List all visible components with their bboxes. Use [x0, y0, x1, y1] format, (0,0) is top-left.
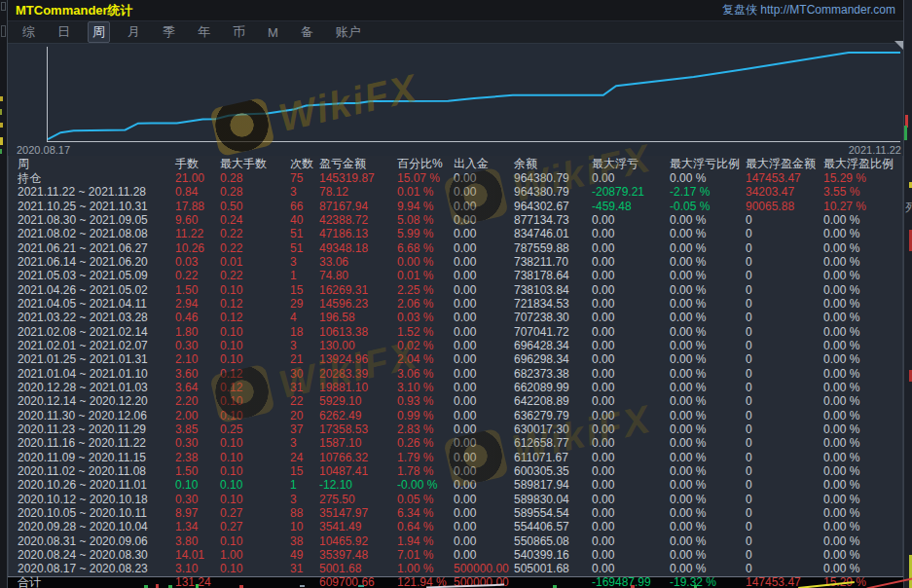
menu-item-notes[interactable]: 备	[296, 21, 318, 43]
value-cell: 1.50	[175, 283, 220, 297]
value-cell: 0.00 %	[670, 269, 746, 282]
menu-item-account[interactable]: 账户	[331, 21, 366, 43]
table-row[interactable]: 2020.08.24 ~ 2020.08.3014.011.004935397.…	[8, 548, 903, 562]
value-cell: 0.00	[454, 478, 514, 492]
value-cell: 0.00	[592, 409, 670, 423]
menu-item-weekly[interactable]: 周	[88, 21, 110, 43]
value-cell: 0.10	[220, 394, 290, 408]
table-row[interactable]: 2021.04.26 ~ 2021.05.021.500.101516269.3…	[8, 283, 903, 297]
column-header[interactable]: 最大浮盈比例	[823, 156, 903, 171]
value-cell: 35397.48	[319, 548, 397, 562]
value-cell: 17.88	[175, 200, 220, 213]
value-cell: 87167.94	[319, 200, 397, 213]
table-row[interactable]: 2020.10.26 ~ 2020.11.010.100.101-12.10-0…	[8, 478, 903, 492]
table-row[interactable]: 2021.01.25 ~ 2021.01.312.100.102113924.9…	[8, 352, 903, 366]
menu-item-m[interactable]: M	[263, 23, 283, 42]
table-row[interactable]: 2020.10.12 ~ 2020.10.180.300.103275.500.…	[8, 493, 903, 506]
value-cell: 0.10	[220, 451, 290, 464]
column-header[interactable]: 最大浮亏比例	[670, 156, 746, 171]
value-cell: 1.52 %	[397, 325, 454, 339]
menu-item-monthly[interactable]: 月	[123, 21, 145, 43]
table-row[interactable]: 2021.02.01 ~ 2021.02.070.300.103130.000.…	[8, 339, 903, 352]
value-cell: 0.00	[454, 283, 514, 297]
value-cell: 0.00 %	[823, 339, 903, 352]
value-cell: 0	[746, 436, 823, 450]
value-cell: 3541.49	[319, 520, 397, 533]
value-cell: 0	[746, 381, 823, 394]
table-row[interactable]: 持仓21.000.2875145319.8715.07 %0.00964380.…	[8, 171, 903, 185]
menu-item-daily[interactable]: 日	[53, 21, 75, 43]
table-row[interactable]: 2021.05.03 ~ 2021.05.090.220.22174.800.0…	[8, 269, 903, 282]
value-cell: 0	[746, 227, 823, 240]
value-cell: 0.46	[175, 311, 220, 324]
table-row[interactable]: 2021.08.30 ~ 2021.09.059.600.244042388.7…	[8, 213, 903, 227]
menu-item-quarterly[interactable]: 季	[158, 21, 180, 43]
week-range-cell: 2020.08.24 ~ 2020.08.30	[18, 548, 175, 562]
column-header[interactable]: 盈亏金额	[319, 156, 397, 171]
column-header[interactable]: 最大手数	[220, 156, 290, 171]
value-cell: 0.00	[454, 394, 514, 408]
brand-link[interactable]: 复盘侠 http://MTCommander.com	[722, 2, 895, 18]
value-cell: 0.00	[454, 409, 514, 423]
column-header[interactable]: 出入金	[454, 156, 514, 171]
table-row[interactable]: 2021.02.08 ~ 2021.02.141.800.101810613.3…	[8, 325, 903, 339]
value-cell: 0.01	[220, 255, 290, 269]
week-range-cell: 2020.10.26 ~ 2020.11.01	[18, 478, 175, 492]
column-header[interactable]: 百分比%	[397, 156, 454, 171]
table-row[interactable]: 2021.10.25 ~ 2021.10.3117.880.506687167.…	[8, 200, 903, 213]
table-row[interactable]: 2021.06.21 ~ 2021.06.2710.260.225149348.…	[8, 241, 903, 255]
value-cell: 0.00	[454, 493, 514, 506]
value-cell: 1	[290, 478, 319, 492]
value-cell: 0	[746, 269, 823, 282]
value-cell: 10766.32	[319, 451, 397, 464]
value-cell: 0	[746, 464, 823, 478]
table-row[interactable]: 2020.11.30 ~ 2020.12.062.000.10206262.49…	[8, 409, 903, 423]
value-cell: 275.50	[319, 493, 397, 506]
column-header[interactable]: 余额	[514, 156, 592, 171]
value-cell: 0.00	[454, 171, 514, 185]
week-range-cell: 2020.11.23 ~ 2020.11.29	[18, 423, 175, 436]
week-range-cell: 2021.04.26 ~ 2021.05.02	[18, 283, 175, 297]
value-cell: 738103.84	[514, 283, 592, 297]
column-header[interactable]: 最大浮亏	[592, 156, 670, 171]
column-header[interactable]: 周	[18, 156, 175, 171]
table-row[interactable]: 2021.03.22 ~ 2021.03.280.460.124196.580.…	[8, 311, 903, 324]
value-cell: 0.00 %	[823, 227, 903, 240]
column-header[interactable]: 手数	[175, 156, 220, 171]
value-cell: 0	[746, 534, 823, 548]
table-row[interactable]: 2020.11.02 ~ 2020.11.081.500.101510487.4…	[8, 464, 903, 478]
menu-item-overview[interactable]: 综	[18, 21, 40, 43]
value-cell: 7.01 %	[397, 548, 454, 562]
table-row[interactable]: 2021.04.05 ~ 2021.04.112.940.122914596.2…	[8, 297, 903, 311]
value-cell: 0.00	[592, 283, 670, 297]
table-row[interactable]: 2020.08.17 ~ 2020.08.233.100.10315001.68…	[8, 562, 903, 575]
value-cell: 636279.79	[514, 409, 592, 423]
table-row[interactable]: 2020.11.23 ~ 2020.11.293.850.253717358.5…	[8, 423, 903, 436]
value-cell: 0.00	[592, 227, 670, 240]
value-cell: 834746.01	[514, 227, 592, 240]
value-cell: 17358.53	[319, 423, 397, 436]
column-header[interactable]: 次数	[290, 156, 319, 171]
table-row[interactable]: 2020.11.09 ~ 2020.11.152.380.102410766.3…	[8, 451, 903, 464]
table-row[interactable]: 2020.12.14 ~ 2020.12.202.200.10225929.10…	[8, 394, 903, 408]
value-cell: -0.00 %	[397, 478, 454, 492]
table-row[interactable]: 2021.01.04 ~ 2021.01.103.600.123020283.3…	[8, 367, 903, 381]
value-cell: 0.00 %	[823, 464, 903, 478]
table-row[interactable]: 2021.06.14 ~ 2021.06.200.030.01333.060.0…	[8, 255, 903, 269]
value-cell: 0.00 %	[670, 548, 746, 562]
value-cell: 630017.30	[514, 423, 592, 436]
value-cell: 0	[746, 562, 823, 575]
table-row[interactable]: 2020.11.16 ~ 2020.11.220.300.1031587.100…	[8, 436, 903, 450]
table-row[interactable]: 2021.11.22 ~ 2021.11.280.840.28378.120.0…	[8, 185, 903, 199]
table-row[interactable]: 2020.09.28 ~ 2020.10.041.340.27103541.49…	[8, 520, 903, 533]
menu-item-currency[interactable]: 币	[228, 21, 250, 43]
table-row[interactable]: 2021.08.02 ~ 2021.08.0811.220.225147186.…	[8, 227, 903, 240]
table-row[interactable]: 2020.08.31 ~ 2020.09.063.800.103810465.9…	[8, 534, 903, 548]
value-cell: 0.24	[220, 213, 290, 227]
menu-item-yearly[interactable]: 年	[193, 21, 215, 43]
value-cell: 15	[290, 464, 319, 478]
table-row[interactable]: 2020.10.05 ~ 2020.10.118.970.278835147.9…	[8, 506, 903, 520]
table-row[interactable]: 2020.12.28 ~ 2021.01.033.640.123119881.1…	[8, 381, 903, 394]
value-cell: 612658.77	[514, 436, 592, 450]
column-header[interactable]: 最大浮盈金额	[746, 156, 823, 171]
